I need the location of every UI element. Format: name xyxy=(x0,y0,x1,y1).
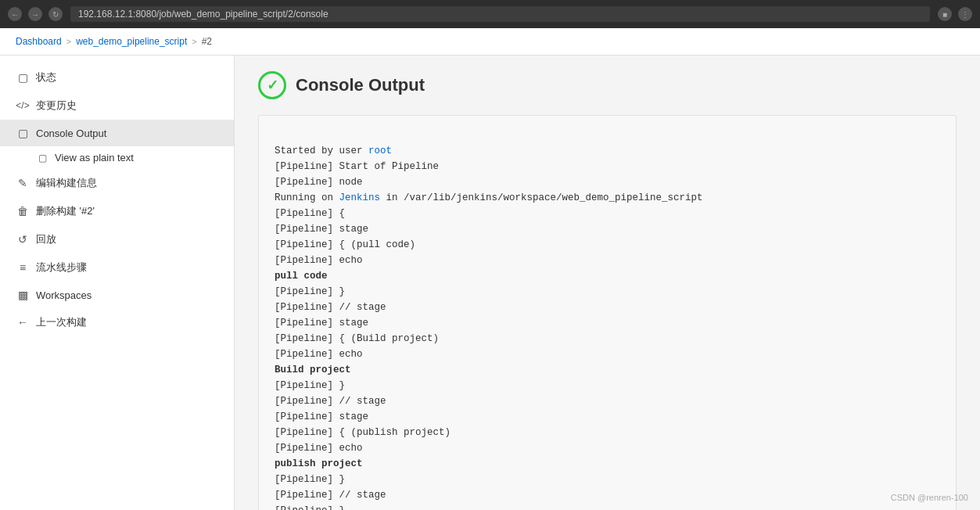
page-title-area: ✓ Console Output xyxy=(258,71,957,99)
breadcrumb: Dashboard > web_demo_pipeline_script > #… xyxy=(0,28,980,56)
console-line-24: [Pipeline] } xyxy=(275,505,345,510)
console-output-block: Started by user root [Pipeline] Start of… xyxy=(258,115,957,510)
breadcrumb-project[interactable]: web_demo_pipeline_script xyxy=(76,36,187,47)
sidebar-label-pipeline-steps: 流水线步骤 xyxy=(36,260,87,275)
pipeline-steps-icon: ≡ xyxy=(16,261,30,274)
browser-right-controls: ■ ⋮ xyxy=(938,7,972,21)
browser-controls: ← → ↻ xyxy=(8,7,63,21)
console-line-12: [Pipeline] stage xyxy=(275,318,368,329)
sidebar-label-console-output: Console Output xyxy=(36,128,106,139)
console-line-21: publish project xyxy=(275,458,363,469)
page-body: ▢ 状态 </> 变更历史 ▢ Console Output ▢ View as… xyxy=(0,56,980,510)
console-line-15: Build project xyxy=(275,365,351,375)
console-line-14: [Pipeline] echo xyxy=(275,349,363,360)
browser-refresh[interactable]: ↻ xyxy=(48,7,63,21)
main-wrapper: Dashboard > web_demo_pipeline_script > #… xyxy=(0,28,980,510)
console-line-20: [Pipeline] echo xyxy=(275,443,363,454)
breadcrumb-current: #2 xyxy=(202,36,212,47)
delete-icon: 🗑 xyxy=(16,205,30,217)
sidebar-item-replay[interactable]: ↺ 回放 xyxy=(0,225,234,253)
console-line-8: [Pipeline] echo xyxy=(275,255,363,266)
sidebar-item-view-plain-text[interactable]: ▢ View as plain text xyxy=(0,146,234,169)
console-jenkins-link[interactable]: Jenkins xyxy=(339,192,381,203)
browser-forward[interactable]: → xyxy=(28,7,42,21)
console-line-1: Started by user root xyxy=(275,145,392,156)
sidebar-item-console-output[interactable]: ▢ Console Output xyxy=(0,120,234,146)
sidebar-item-pipeline-steps[interactable]: ≡ 流水线步骤 xyxy=(0,253,234,282)
sidebar-label-prev-build: 上一次构建 xyxy=(36,315,87,329)
console-line-4: Running on Jenkins in /var/lib/jenkins/w… xyxy=(275,192,703,203)
sidebar-item-changes[interactable]: </> 变更历史 xyxy=(0,92,234,120)
sidebar-item-prev-build[interactable]: ← 上一次构建 xyxy=(0,308,234,336)
console-line-3: [Pipeline] node xyxy=(275,177,363,188)
breadcrumb-sep-1: > xyxy=(66,37,71,46)
sidebar: ▢ 状态 </> 变更历史 ▢ Console Output ▢ View as… xyxy=(0,56,235,510)
console-line-13: [Pipeline] { (Build project) xyxy=(275,333,439,344)
prev-build-icon: ← xyxy=(16,316,30,329)
status-icon: ▢ xyxy=(16,71,30,84)
console-line-19: [Pipeline] { (publish project) xyxy=(275,427,451,438)
plain-text-icon: ▢ xyxy=(36,153,48,163)
breadcrumb-dashboard[interactable]: Dashboard xyxy=(16,36,62,47)
sidebar-item-status[interactable]: ▢ 状态 xyxy=(0,63,234,92)
sidebar-label-workspaces: Workspaces xyxy=(36,289,92,301)
console-line-11: [Pipeline] // stage xyxy=(275,302,386,313)
console-line-16: [Pipeline] } xyxy=(275,380,345,391)
replay-icon: ↺ xyxy=(16,233,30,246)
sidebar-item-workspaces[interactable]: ▩ Workspaces xyxy=(0,282,234,308)
console-line-2: [Pipeline] Start of Pipeline xyxy=(275,161,439,172)
sidebar-label-delete-build: 删除构建 '#2' xyxy=(36,204,95,218)
sidebar-item-edit-build-info[interactable]: ✎ 编辑构建信息 xyxy=(0,169,234,197)
workspaces-icon: ▩ xyxy=(16,289,30,301)
browser-bar: ← → ↻ 192.168.12.1:8080/job/web_demo_pip… xyxy=(0,0,980,28)
sidebar-label-changes: 变更历史 xyxy=(36,99,77,113)
breadcrumb-sep-2: > xyxy=(192,37,196,46)
edit-icon: ✎ xyxy=(16,177,30,189)
content-area: ✓ Console Output Started by user root [P… xyxy=(235,56,980,510)
watermark: CSDN @renren-100 xyxy=(891,493,968,502)
changes-icon: </> xyxy=(16,100,30,111)
console-line-9: pull code xyxy=(275,271,328,282)
sidebar-label-edit-build-info: 编辑构建信息 xyxy=(36,176,97,190)
console-line-6: [Pipeline] stage xyxy=(275,224,368,235)
sidebar-label-status: 状态 xyxy=(36,70,56,84)
console-line-18: [Pipeline] stage xyxy=(275,411,368,422)
sidebar-label-replay: 回放 xyxy=(36,232,56,246)
menu-icon[interactable]: ⋮ xyxy=(958,7,972,21)
console-line-10: [Pipeline] } xyxy=(275,286,345,297)
address-bar[interactable]: 192.168.12.1:8080/job/web_demo_pipeline_… xyxy=(70,6,930,22)
page-title: Console Output xyxy=(296,75,425,95)
success-check-icon: ✓ xyxy=(258,71,286,99)
console-line-22: [Pipeline] } xyxy=(275,474,345,485)
console-user-link[interactable]: root xyxy=(368,145,392,156)
browser-back[interactable]: ← xyxy=(8,7,22,21)
console-output-icon: ▢ xyxy=(16,127,30,139)
sidebar-item-delete-build[interactable]: 🗑 删除构建 '#2' xyxy=(0,197,234,225)
console-line-17: [Pipeline] // stage xyxy=(275,396,386,407)
console-line-23: [Pipeline] // stage xyxy=(275,490,386,501)
extensions-icon[interactable]: ■ xyxy=(938,7,952,21)
console-line-7: [Pipeline] { (pull code) xyxy=(275,239,415,250)
console-line-5: [Pipeline] { xyxy=(275,208,345,219)
sidebar-label-view-plain-text: View as plain text xyxy=(55,152,134,163)
